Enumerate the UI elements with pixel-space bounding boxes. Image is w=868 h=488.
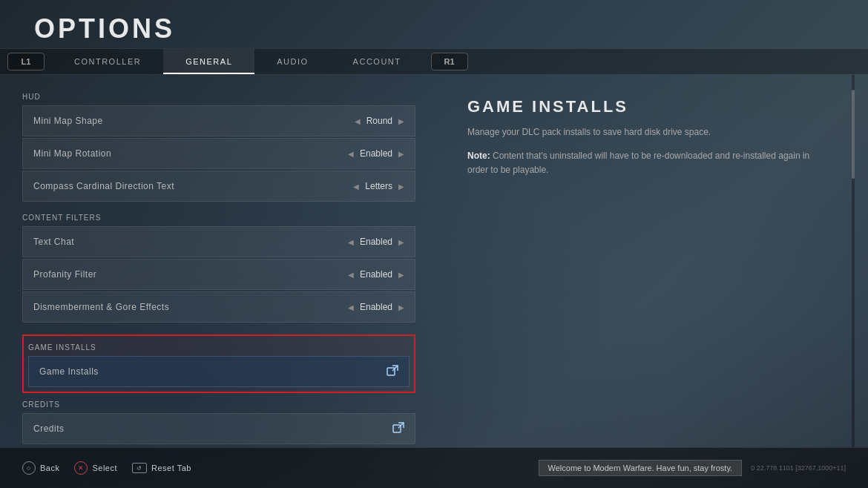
- setting-compass-text[interactable]: Compass Cardinal Direction Text ◀ Letter…: [22, 171, 415, 202]
- left-panel: HUD Mini Map Shape ◀ Round ▶ Mini Map Ro…: [0, 75, 438, 447]
- tab-controller[interactable]: CONTROLLER: [52, 49, 163, 74]
- tab-account[interactable]: ACCOUNT: [331, 49, 424, 74]
- setting-text-chat[interactable]: Text Chat ◀ Enabled ▶: [22, 226, 415, 257]
- external-link-icon: [387, 365, 398, 379]
- game-installs-section-label: Game Installs: [28, 343, 410, 352]
- right-panel: GAME INSTALLS Manage your DLC pack insta…: [438, 75, 868, 447]
- detail-title: GAME INSTALLS: [467, 97, 838, 116]
- arrow-right-icon: ▶: [398, 182, 404, 191]
- detail-note: Note: Content that's uninstalled will ha…: [467, 149, 823, 177]
- bottom-right: Welcome to Modern Warfare. Have fun, sta…: [539, 460, 846, 476]
- credits-section-label: Credits: [22, 400, 415, 409]
- tab-general[interactable]: GENERAL: [163, 49, 254, 74]
- bottom-bar: ○ Back ✕ Select ↺ Reset Tab Welcome to M…: [0, 447, 868, 488]
- note-text: Content that's uninstalled will have to …: [467, 151, 809, 175]
- game-installs-section: Game Installs Game Installs: [22, 334, 415, 393]
- back-button[interactable]: ○ Back: [22, 461, 59, 475]
- credits-section: Credits Credits: [22, 400, 415, 444]
- arrow-right-icon: ▶: [398, 150, 404, 158]
- l1-button[interactable]: L1: [7, 53, 45, 70]
- page-title: OPTIONS: [34, 13, 175, 44]
- hud-section: HUD Mini Map Shape ◀ Round ▶ Mini Map Ro…: [22, 93, 415, 202]
- setting-gore-effects[interactable]: Dismemberment & Gore Effects ◀ Enabled ▶: [22, 291, 415, 323]
- tab-audio[interactable]: AUDIO: [254, 49, 330, 74]
- back-circle-icon: ○: [22, 461, 36, 475]
- arrow-left-icon: ◀: [348, 303, 354, 311]
- main-content: HUD Mini Map Shape ◀ Round ▶ Mini Map Ro…: [0, 75, 868, 447]
- arrow-left-icon: ◀: [348, 150, 354, 158]
- reset-tab-button[interactable]: ↺ Reset Tab: [132, 463, 191, 473]
- setting-mini-map-shape[interactable]: Mini Map Shape ◀ Round ▶: [22, 105, 415, 136]
- hud-label: HUD: [22, 93, 415, 101]
- select-button[interactable]: ✕ Select: [74, 461, 117, 475]
- setting-mini-map-rotation[interactable]: Mini Map Rotation ◀ Enabled ▶: [22, 138, 415, 169]
- bottom-controls: ○ Back ✕ Select ↺ Reset Tab: [22, 461, 191, 475]
- arrow-right-icon: ▶: [398, 117, 404, 125]
- scrollbar-thumb[interactable]: [852, 90, 855, 179]
- arrow-left-icon: ◀: [355, 117, 361, 125]
- arrow-left-icon: ◀: [348, 271, 354, 279]
- detail-description: Manage your DLC pack installs to save ha…: [467, 125, 823, 139]
- notification-text: Welcome to Modern Warfare. Have fun, sta…: [539, 460, 743, 476]
- content-filters-section: Content Filters Text Chat ◀ Enabled ▶ Pr…: [22, 214, 415, 323]
- arrow-right-icon: ▶: [398, 238, 404, 246]
- reset-icon: ↺: [132, 463, 147, 473]
- coords-text: 0 22.778 1101 [32767,1000+11]: [751, 464, 846, 472]
- content-filters-label: Content Filters: [22, 214, 415, 222]
- nav-bar: L1 CONTROLLER GENERAL AUDIO ACCOUNT R1: [0, 48, 868, 75]
- arrow-right-icon: ▶: [398, 271, 404, 279]
- arrow-right-icon: ▶: [398, 303, 404, 311]
- r1-button[interactable]: R1: [431, 53, 468, 70]
- select-cross-icon: ✕: [74, 461, 88, 475]
- game-installs-item[interactable]: Game Installs: [28, 356, 410, 387]
- arrow-left-icon: ◀: [353, 182, 359, 191]
- credits-external-link-icon: [392, 422, 404, 436]
- note-prefix: Note:: [467, 151, 490, 161]
- scrollbar-track: [852, 75, 855, 447]
- arrow-left-icon: ◀: [348, 238, 354, 246]
- credits-item[interactable]: Credits: [22, 413, 415, 444]
- setting-profanity-filter[interactable]: Profanity Filter ◀ Enabled ▶: [22, 259, 415, 290]
